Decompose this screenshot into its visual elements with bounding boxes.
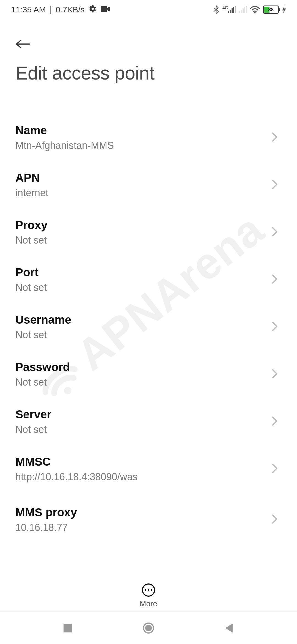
more-label: More [140, 599, 157, 608]
row-apn[interactable]: APN internet [0, 161, 297, 209]
status-network-speed: 0.7KB/s [56, 5, 85, 14]
svg-point-5 [145, 625, 152, 631]
row-username[interactable]: Username Not set [0, 303, 297, 351]
settings-icon [89, 5, 97, 15]
row-value: Not set [15, 329, 266, 341]
chevron-right-icon [272, 369, 278, 380]
row-password[interactable]: Password Not set [0, 351, 297, 398]
more-button[interactable]: More [0, 583, 297, 608]
row-mms-proxy[interactable]: MMS proxy 10.16.18.77 [0, 493, 297, 537]
circle-icon [142, 622, 155, 634]
triangle-left-icon [225, 623, 233, 633]
chevron-right-icon [272, 514, 278, 525]
row-value: Not set [15, 234, 266, 246]
row-value: http://10.16.18.4:38090/was [15, 471, 266, 483]
chevron-right-icon [272, 463, 278, 474]
svg-rect-3 [64, 624, 72, 632]
row-value: Mtn-Afghanistan-MMS [15, 140, 266, 151]
arrow-left-icon [15, 39, 31, 50]
signal-icon-sim1 [228, 6, 236, 13]
wifi-icon [250, 6, 260, 13]
chevron-right-icon [272, 274, 278, 285]
row-label: Port [15, 266, 266, 279]
svg-point-2 [254, 12, 255, 13]
row-value: Not set [15, 424, 266, 435]
network-type-label: 4G [222, 6, 228, 10]
nav-recents-button[interactable] [62, 622, 74, 634]
row-value: internet [15, 187, 266, 199]
chevron-right-icon [272, 321, 278, 332]
row-label: Password [15, 361, 266, 374]
row-name[interactable]: Name Mtn-Afghanistan-MMS [0, 114, 297, 161]
row-label: Proxy [15, 219, 266, 232]
row-server[interactable]: Server Not set [0, 398, 297, 445]
app-header: Edit access point [0, 19, 297, 89]
row-label: MMSC [15, 455, 266, 468]
signal-icon-sim2 [239, 6, 247, 13]
row-label: Username [15, 313, 266, 326]
square-icon [64, 624, 72, 632]
chevron-right-icon [272, 227, 278, 238]
row-label: Name [15, 124, 266, 137]
row-mmsc[interactable]: MMSC http://10.16.18.4:38090/was [0, 445, 297, 493]
nav-back-button[interactable] [223, 622, 235, 634]
status-bar: 11:35 AM | 0.7KB/s 4G 38 [0, 0, 297, 19]
status-time: 11:35 AM [11, 5, 46, 14]
row-value: Not set [15, 282, 266, 293]
svg-rect-1 [101, 6, 107, 12]
page-title: Edit access point [15, 62, 282, 84]
back-button[interactable] [15, 36, 32, 52]
nav-home-button[interactable] [142, 622, 155, 634]
more-icon [142, 583, 155, 597]
bluetooth-icon [213, 5, 219, 14]
row-value: Not set [15, 376, 266, 388]
navigation-bar [0, 612, 297, 644]
charging-icon [282, 6, 286, 13]
camera-icon [101, 5, 110, 14]
row-port[interactable]: Port Not set [0, 256, 297, 303]
chevron-right-icon [272, 132, 278, 143]
row-label: MMS proxy [15, 506, 266, 519]
row-label: APN [15, 171, 266, 184]
chevron-right-icon [272, 179, 278, 190]
row-proxy[interactable]: Proxy Not set [0, 209, 297, 256]
row-label: Server [15, 408, 266, 421]
row-value: 10.16.18.77 [15, 522, 266, 533]
chevron-right-icon [272, 416, 278, 427]
settings-list: Name Mtn-Afghanistan-MMS APN internet Pr… [0, 89, 297, 537]
battery-icon: 38 [263, 6, 279, 14]
